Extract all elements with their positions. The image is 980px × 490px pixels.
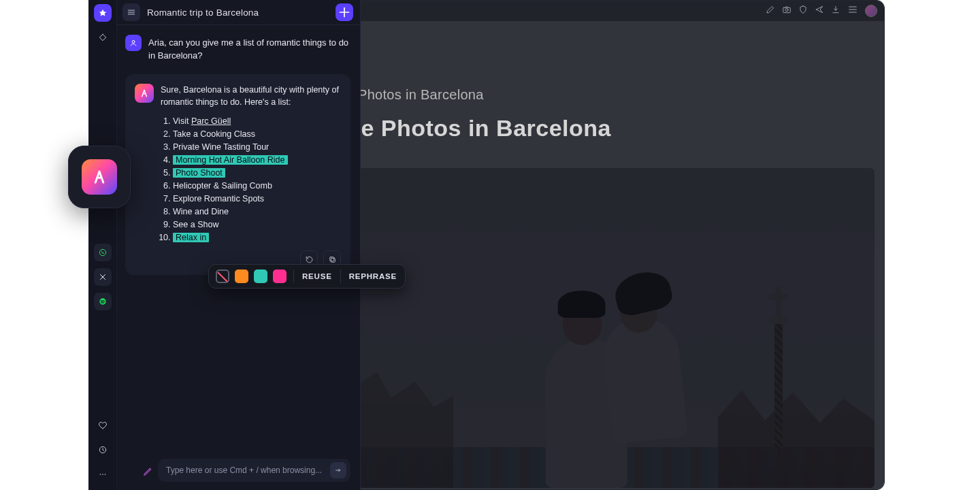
highlighted-text[interactable]: Photo Shoot [173, 168, 225, 178]
profile-avatar[interactable] [865, 5, 877, 17]
download-icon[interactable] [831, 5, 840, 17]
aria-chat-panel: Romantic trip to Barcelona Aria, can you… [88, 0, 361, 490]
sidebar-toggle-button[interactable] [122, 3, 140, 21]
edit-icon[interactable] [766, 5, 775, 17]
x-twitter-icon[interactable] [94, 268, 112, 286]
assistant-message-card: Sure, Barcelona is a beautiful city with… [125, 74, 350, 275]
list-item: Private Wine Tasting Tour [173, 141, 341, 153]
left-rail [88, 0, 117, 490]
whatsapp-icon[interactable] [94, 244, 112, 261]
svg-rect-9 [331, 258, 335, 262]
highlight-none-swatch[interactable] [216, 270, 229, 283]
aria-logo-icon [135, 84, 154, 103]
camera-icon[interactable] [782, 5, 791, 17]
composer-input[interactable]: Type here or use Cmd + / when browsing..… [166, 466, 330, 475]
list-item: Explore Romantic Spots [173, 193, 341, 205]
svg-point-1 [785, 9, 788, 12]
new-chat-button[interactable] [336, 3, 353, 21]
menu-icon[interactable] [847, 4, 858, 18]
page-breadcrumb: Photos in Barcelona [358, 87, 484, 103]
assistant-intro-text: Sure, Barcelona is a beautiful city with… [161, 84, 341, 108]
highlight-orange-swatch[interactable] [235, 270, 248, 283]
user-message: Aria, can you give me a list of romantic… [125, 35, 350, 62]
aria-logo-icon [82, 159, 117, 195]
user-avatar-icon [125, 35, 142, 51]
highlighted-text[interactable]: Relax in [173, 233, 209, 242]
svg-point-5 [99, 474, 101, 475]
compose-pencil-icon[interactable] [140, 464, 155, 479]
highlighted-text[interactable]: Morning Hot Air Balloon Ride [173, 155, 288, 165]
heart-icon[interactable] [94, 416, 112, 434]
list-item: Wine and Dine [173, 206, 341, 218]
list-item: Take a Cooking Class [173, 128, 341, 140]
reuse-button[interactable]: REUSE [301, 272, 333, 280]
diamond-icon[interactable] [94, 29, 112, 46]
conversation-title: Romantic trip to Barcelona [147, 7, 329, 18]
history-icon[interactable] [94, 441, 112, 459]
parc-guell-link[interactable]: Parc Güell [191, 116, 231, 126]
user-message-text: Aria, can you give me a list of romantic… [148, 35, 350, 62]
svg-point-6 [102, 474, 103, 475]
send-icon[interactable] [815, 5, 824, 17]
list-item: Visit Parc Güell [173, 115, 341, 127]
svg-rect-10 [329, 257, 333, 261]
svg-point-8 [132, 40, 135, 43]
svg-point-2 [99, 249, 105, 255]
aria-rail-button[interactable] [94, 4, 112, 22]
highlight-teal-swatch[interactable] [254, 270, 267, 283]
svg-point-7 [104, 474, 105, 475]
list-item: See a Show [173, 218, 341, 231]
list-item: Helicopter & Sailing Comb [173, 180, 341, 192]
list-item: Relax in [173, 231, 341, 244]
page-headline: ke Photos in Barcelona [348, 115, 611, 142]
more-icon[interactable] [94, 466, 112, 483]
aria-badge [68, 146, 131, 208]
shield-icon[interactable] [798, 5, 808, 17]
composer[interactable]: Type here or use Cmd + / when browsing..… [158, 459, 350, 482]
rephrase-button[interactable]: REPHRASE [348, 272, 398, 280]
list-item: Photo Shoot [173, 167, 341, 179]
assistant-list: Visit Parc Güell Take a Cooking Class Pr… [173, 115, 341, 244]
selection-toolbar: REUSE REPHRASE [208, 264, 406, 289]
send-button[interactable] [330, 462, 346, 478]
highlight-pink-swatch[interactable] [273, 270, 287, 283]
list-item: Morning Hot Air Balloon Ride [173, 154, 341, 166]
spotify-icon[interactable] [94, 293, 112, 310]
